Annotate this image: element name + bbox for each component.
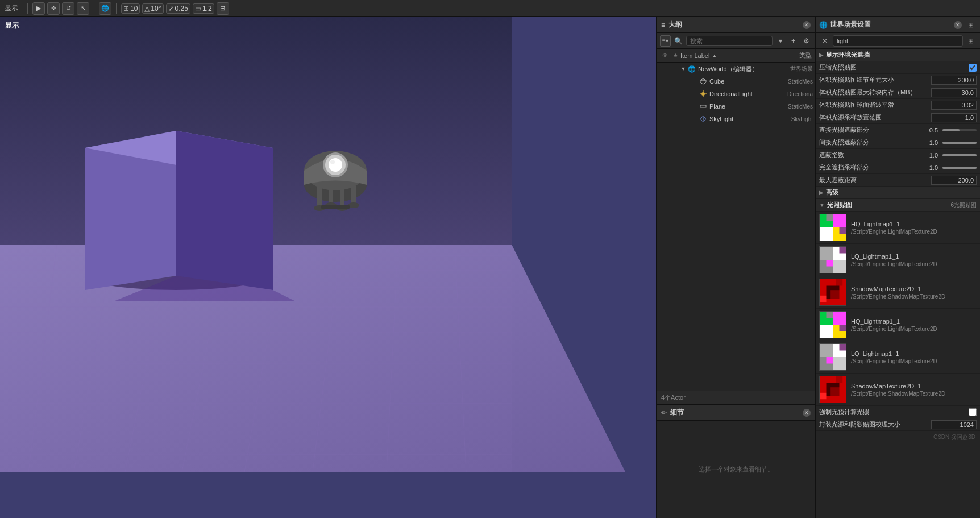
ws-input[interactable]	[931, 101, 977, 110]
world-settings-search-input[interactable]	[833, 35, 963, 47]
detail-panel-close-btn[interactable]: ✕	[803, 409, 811, 417]
outliner-tree[interactable]: ▼🌐NewWorld（编辑器）世界场景CubeStaticMesDirectio…	[657, 63, 815, 391]
actor-count: 4个Actor	[657, 391, 815, 404]
outliner-column-headers: 👁 ★ Item Label ▲ 类型	[657, 49, 815, 63]
ws-slider-bar[interactable]	[942, 154, 977, 156]
world-settings-close-btn[interactable]: ✕	[954, 21, 962, 29]
ws-row-value[interactable]	[920, 88, 977, 97]
ws-row-value: 1.0	[920, 164, 977, 171]
ws-lightmap-section[interactable]: ▼光照贴图6光照贴图	[816, 199, 980, 212]
ws-row-value[interactable]	[920, 64, 977, 72]
outliner-header: ≡ 大纲 ✕	[657, 17, 815, 33]
lightmap-item[interactable]: LQ_Lightmap1_1/Script/Engine.LightMapTex…	[816, 341, 980, 374]
tree-item[interactable]: ▼🌐NewWorld（编辑器）世界场景	[657, 63, 815, 75]
layout-btn[interactable]: ⊟	[217, 2, 229, 15]
ws-slider-bar[interactable]	[942, 142, 977, 144]
lightmap-thumbnail	[819, 343, 846, 371]
ws-input[interactable]	[931, 88, 977, 97]
lightmap-path: /Script/Engine.LightMapTexture2D	[851, 358, 977, 364]
ws-ambient-occlusion-label: 显示环境光遮挡	[826, 51, 870, 59]
lightmap-item[interactable]: HQ_Lightmap1_1/Script/Engine.LightMapTex…	[816, 212, 980, 244]
world-settings-search-bar: ✕ ⊞	[816, 33, 980, 49]
ws-checkbox[interactable]	[969, 64, 977, 72]
tree-item-icon	[699, 114, 708, 123]
tree-expander[interactable]: ▼	[679, 65, 687, 73]
select-tool-btn[interactable]: ▶	[32, 2, 45, 15]
outliner-settings-btn[interactable]: ⚙	[801, 35, 812, 47]
display-label: 显示	[5, 3, 18, 13]
detail-panel-title: 细节	[670, 408, 684, 417]
tree-item-icon	[699, 77, 708, 86]
ws-setting-row: 直接光照遮蔽部分0.5	[816, 124, 980, 136]
ws-lightmap-label: 光照贴图	[827, 201, 852, 209]
ws-row-label: 最大遮蔽距离	[819, 176, 920, 184]
ws-input[interactable]	[931, 76, 977, 85]
outliner-search-input[interactable]	[686, 36, 773, 46]
ws-slider-bar[interactable]	[942, 129, 977, 131]
tree-item[interactable]: DirectionalLightDirectiona	[657, 88, 815, 100]
move-tool-btn[interactable]: ✛	[47, 2, 60, 15]
ws-setting-row: 遮蔽指数1.0	[816, 149, 980, 161]
lightmap-item[interactable]: LQ_Lightmap1_1/Script/Engine.LightMapTex…	[816, 244, 980, 276]
ws-row-value[interactable]	[920, 76, 977, 85]
angle-value: 10°	[151, 5, 161, 13]
ws-row-label: 体积光照贴图球面谐波平滑	[819, 101, 920, 109]
ws-force-no-precompute-row: 强制无预计算光照	[816, 406, 980, 418]
world-settings-grid-btn[interactable]: ⊞	[965, 19, 977, 31]
ws-setting-row: 体积光照贴图细节单元大小	[816, 74, 980, 86]
ws-ambient-occlusion-header[interactable]: ▶显示环境光遮挡	[816, 49, 980, 61]
tree-item-label: Plane	[709, 103, 767, 110]
lightmap-item[interactable]: ShadowMapTexture2D_1/Script/Engine.Shado…	[816, 276, 980, 309]
ws-shadow-map-size-label: 封装光源和阴影贴图校理大小	[819, 420, 920, 429]
angle-icon: △	[144, 5, 150, 13]
svg-marker-21	[176, 131, 273, 290]
scale-tool-btn[interactable]: ⤡	[77, 2, 89, 15]
svg-point-42	[701, 92, 705, 96]
outliner-filter-btn[interactable]: ≡▾	[660, 35, 671, 47]
svg-line-41	[703, 80, 706, 81]
rotate-tool-btn[interactable]: ↺	[62, 2, 74, 15]
edit-icon: ✏	[661, 409, 667, 417]
svg-rect-31	[340, 185, 344, 208]
ws-shadow-map-size-input[interactable]	[931, 420, 977, 429]
tree-item[interactable]: PlaneStaticMes	[657, 100, 815, 113]
tree-item-type: StaticMes	[767, 103, 813, 110]
lightmap-item[interactable]: ShadowMapTexture2D_1/Script/Engine.Shado…	[816, 374, 980, 406]
ws-row-value: 1.0	[920, 152, 977, 159]
world-settings-options-btn[interactable]: ⊞	[965, 35, 977, 47]
ws-advanced-section[interactable]: ▶高级	[816, 187, 980, 199]
ws-row-label: 压缩光照贴图	[819, 63, 920, 72]
outliner-add-btn[interactable]: +	[788, 35, 799, 47]
ws-row-value[interactable]	[920, 176, 977, 185]
tree-item-type: StaticMes	[767, 78, 813, 85]
ws-row-label: 体积光照贴图细节单元大小	[819, 76, 920, 84]
world-settings-body[interactable]: ▶显示环境光遮挡压缩光照贴图体积光照贴图细节单元大小体积光照贴图最大转块内存（M…	[816, 49, 980, 518]
tree-item[interactable]: SkyLightSkyLight	[657, 113, 815, 125]
outliner-icon: ≡	[661, 21, 665, 29]
ws-input[interactable]	[931, 113, 977, 122]
world-settings-clear-btn[interactable]: ✕	[819, 35, 830, 47]
ws-row-value: 1.0	[920, 139, 977, 146]
ws-input[interactable]	[931, 176, 977, 185]
world-local-btn[interactable]: 🌐	[99, 2, 111, 15]
ws-setting-row: 体积光照贴图球面谐波平滑	[816, 99, 980, 111]
ws-setting-row: 体积光照贴图最大转块内存（MB）	[816, 86, 980, 99]
tree-expander	[691, 90, 699, 98]
ws-row-label: 遮蔽指数	[819, 151, 920, 159]
lightmap-thumbnail	[819, 246, 846, 273]
viewport[interactable]: 显示	[0, 17, 656, 518]
lightmap-item[interactable]: HQ_Lightmap1_1/Script/Engine.LightMapTex…	[816, 309, 980, 341]
ws-row-value[interactable]	[920, 113, 977, 122]
outliner-search-icon-btn[interactable]: 🔍	[673, 35, 684, 47]
world-settings-title: 世界场景设置	[830, 20, 871, 30]
tree-item[interactable]: CubeStaticMes	[657, 75, 815, 88]
ws-slider-bar[interactable]	[942, 167, 977, 169]
world-settings-icon: 🌐	[819, 21, 828, 29]
ws-setting-row: 最大遮蔽距离	[816, 174, 980, 187]
ws-row-value[interactable]	[920, 101, 977, 110]
ws-force-no-precompute-checkbox[interactable]	[969, 408, 977, 416]
outliner-dropdown-btn[interactable]: ▾	[775, 35, 786, 47]
outliner-close-btn[interactable]: ✕	[803, 21, 811, 29]
main-toolbar: 显示 ▶ ✛ ↺ ⤡ 🌐 ⊞ 10 △ 10° ⤢ 0.25 ▭ 1.2 ⊟	[0, 0, 980, 17]
scale-icon: ⤢	[168, 5, 174, 13]
